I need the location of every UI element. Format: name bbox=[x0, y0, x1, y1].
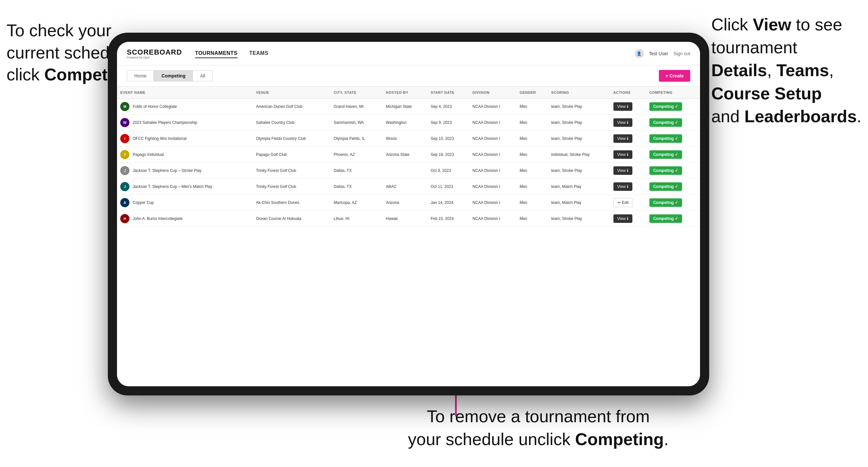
cell-competing: Competing ✓ bbox=[646, 131, 700, 147]
annotation-line3: click bbox=[6, 65, 44, 84]
user-label: Test User bbox=[649, 51, 668, 56]
ann-tr-bold3: Teams bbox=[772, 61, 829, 80]
annotation-line1: To check your bbox=[6, 21, 112, 40]
table-row: H John A. Burns Intercollegiate Ocean Co… bbox=[117, 211, 700, 227]
cell-hosted-by: Washington bbox=[383, 115, 428, 131]
logo-title: SCOREBOARD bbox=[127, 48, 182, 57]
cell-event-name: H John A. Burns Intercollegiate bbox=[117, 211, 253, 227]
competing-button[interactable]: Competing ✓ bbox=[649, 214, 682, 223]
cell-division: NCAA Division I bbox=[469, 147, 516, 163]
cell-start-date: Jan 14, 2024 bbox=[428, 195, 469, 211]
cell-division: NCAA Division I bbox=[469, 163, 516, 179]
table-row: A Copper Cup Ak-Chin Southern Dunes Mari… bbox=[117, 195, 700, 211]
tournaments-table-area: EVENT NAME VENUE CITY, STATE HOSTED BY S… bbox=[117, 87, 700, 386]
nav-teams[interactable]: TEAMS bbox=[249, 49, 269, 58]
view-button[interactable]: View ℹ bbox=[613, 214, 632, 223]
view-button[interactable]: View ℹ bbox=[613, 166, 632, 175]
cell-venue: American Dunes Golf Club bbox=[253, 99, 331, 115]
view-button[interactable]: View ℹ bbox=[613, 134, 632, 143]
cell-scoring: team, Match Play bbox=[548, 195, 610, 211]
cell-hosted-by: Michigan State bbox=[383, 99, 428, 115]
filter-tab-competing[interactable]: Competing bbox=[154, 70, 193, 82]
col-venue: VENUE bbox=[253, 87, 331, 99]
cell-division: NCAA Division I bbox=[469, 211, 516, 227]
sign-out-link[interactable]: Sign out bbox=[674, 51, 690, 56]
cell-action: View ℹ bbox=[610, 211, 646, 227]
cell-city-state: Dallas, TX bbox=[331, 163, 383, 179]
col-scoring: SCORING bbox=[548, 87, 610, 99]
cell-division: NCAA Division I bbox=[469, 99, 516, 115]
event-name-text: 2023 Sahalee Players Championship bbox=[133, 120, 197, 125]
team-logo: M bbox=[120, 102, 129, 111]
cell-venue: Olympia Fields Country Club bbox=[253, 131, 331, 147]
tablet-screen: SCOREBOARD Powered by clipd TOURNAMENTS … bbox=[117, 42, 700, 386]
app-bar: SCOREBOARD Powered by clipd TOURNAMENTS … bbox=[117, 42, 700, 65]
col-division: DIVISION bbox=[469, 87, 516, 99]
cell-action: View ℹ bbox=[610, 179, 646, 195]
event-name-text: Jackson T. Stephens Cup – Men's Match Pl… bbox=[133, 184, 212, 189]
view-button[interactable]: View ℹ bbox=[613, 182, 632, 191]
cell-scoring: team, Stroke Play bbox=[548, 99, 610, 115]
cell-action: View ℹ bbox=[610, 147, 646, 163]
team-logo: Y bbox=[120, 150, 129, 159]
cell-competing: Competing ✓ bbox=[646, 147, 700, 163]
ann-tr-bold4: Leaderboards bbox=[744, 107, 857, 126]
cell-start-date: Feb 15, 2024 bbox=[428, 211, 469, 227]
cell-event-name: Y Papago Individual bbox=[117, 147, 253, 163]
ann-tr-4: Course Setup bbox=[711, 84, 822, 103]
cell-gender: Men bbox=[516, 195, 548, 211]
competing-button[interactable]: Competing ✓ bbox=[649, 198, 682, 207]
nav-links: TOURNAMENTS TEAMS bbox=[195, 49, 635, 58]
view-button[interactable]: View ℹ bbox=[613, 118, 632, 127]
user-icon: 👤 bbox=[635, 49, 644, 58]
cell-division: NCAA Division I bbox=[469, 179, 516, 195]
col-actions: ACTIONS bbox=[610, 87, 646, 99]
competing-button[interactable]: Competing ✓ bbox=[649, 102, 682, 111]
cell-city-state: Sammamish, WA bbox=[331, 115, 383, 131]
cell-action: ✏ Edit bbox=[610, 195, 646, 211]
col-hosted-by: HOSTED BY bbox=[383, 87, 428, 99]
cell-competing: Competing ✓ bbox=[646, 163, 700, 179]
cell-scoring: team, Stroke Play bbox=[548, 163, 610, 179]
ann-bot-1: To remove a tournament from bbox=[427, 407, 650, 426]
cell-gender: Men bbox=[516, 147, 548, 163]
cell-city-state: Lihue, HI bbox=[331, 211, 383, 227]
cell-event-name: J Jackson T. Stephens Cup – Stroke Play bbox=[117, 163, 253, 179]
view-button[interactable]: View ℹ bbox=[613, 150, 632, 159]
ann-tr-1: Click bbox=[711, 15, 753, 34]
cell-competing: Competing ✓ bbox=[646, 195, 700, 211]
view-button[interactable]: View ℹ bbox=[613, 102, 632, 111]
team-logo: J bbox=[120, 166, 129, 175]
app-bar-right: 👤 Test User Sign out bbox=[635, 49, 690, 58]
filter-tab-home[interactable]: Home bbox=[127, 70, 154, 82]
event-name-text: Papago Individual bbox=[133, 152, 164, 157]
cell-start-date: Sep 9, 2023 bbox=[428, 115, 469, 131]
competing-button[interactable]: Competing ✓ bbox=[649, 150, 682, 159]
competing-button[interactable]: Competing ✓ bbox=[649, 182, 682, 191]
filter-tab-all[interactable]: All bbox=[193, 70, 213, 82]
competing-button[interactable]: Competing ✓ bbox=[649, 134, 682, 143]
competing-button[interactable]: Competing ✓ bbox=[649, 118, 682, 127]
cell-city-state: Olympia Fields, IL bbox=[331, 131, 383, 147]
create-button[interactable]: + Create bbox=[659, 70, 690, 82]
nav-tournaments[interactable]: TOURNAMENTS bbox=[195, 49, 238, 58]
ann-bot-2: your schedule unclick bbox=[408, 430, 575, 449]
event-name-text: Folds of Honor Collegiate bbox=[133, 104, 177, 109]
edit-button[interactable]: ✏ Edit bbox=[613, 198, 633, 207]
ann-tr-bold1: View bbox=[753, 15, 792, 34]
cell-start-date: Sep 4, 2023 bbox=[428, 99, 469, 115]
cell-venue: Ocean Course At Hokuala bbox=[253, 211, 331, 227]
table-row: W 2023 Sahalee Players Championship Saha… bbox=[117, 115, 700, 131]
event-name-text: John A. Burns Intercollegiate bbox=[133, 216, 183, 221]
cell-venue: Trinity Forest Golf Club bbox=[253, 163, 331, 179]
cell-hosted-by: ABAC bbox=[383, 179, 428, 195]
cell-competing: Competing ✓ bbox=[646, 179, 700, 195]
competing-button[interactable]: Competing ✓ bbox=[649, 166, 682, 175]
cell-division: NCAA Division I bbox=[469, 131, 516, 147]
cell-start-date: Sep 18, 2023 bbox=[428, 147, 469, 163]
tablet-device: SCOREBOARD Powered by clipd TOURNAMENTS … bbox=[108, 33, 709, 396]
cell-scoring: team, Stroke Play bbox=[548, 211, 610, 227]
cell-scoring: team, Stroke Play bbox=[548, 115, 610, 131]
cell-scoring: individual, Stroke Play bbox=[548, 147, 610, 163]
team-logo: A bbox=[120, 198, 129, 207]
